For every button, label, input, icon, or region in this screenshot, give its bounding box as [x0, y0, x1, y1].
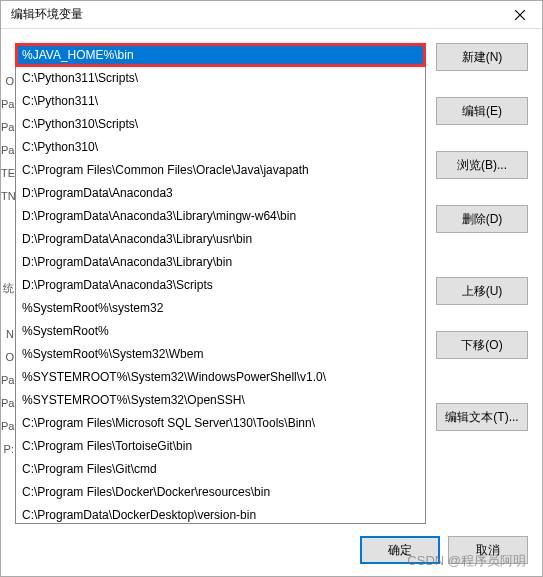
moveup-button[interactable]: 上移(U): [436, 277, 528, 305]
edit-button[interactable]: 编辑(E): [436, 97, 528, 125]
list-item[interactable]: %SystemRoot%\System32\Wbem: [16, 343, 425, 366]
titlebar-title: 编辑环境变量: [11, 6, 83, 23]
list-item[interactable]: C:\Python311\: [16, 90, 425, 113]
new-button[interactable]: 新建(N): [436, 43, 528, 71]
env-var-dialog: 编辑环境变量 OPaPaPaTETN统NOPaPaPaP: %JAVA_HOME…: [0, 0, 543, 577]
background-fragments: OPaPaPaTETN统NOPaPaPaP:: [1, 1, 15, 576]
list-item[interactable]: D:\ProgramData\Anaconda3\Library\usr\bin: [16, 228, 425, 251]
list-item[interactable]: D:\ProgramData\Anaconda3\Library\mingw-w…: [16, 205, 425, 228]
dialog-content: OPaPaPaTETN统NOPaPaPaP: %JAVA_HOME%\binC:…: [1, 29, 542, 524]
list-item[interactable]: %SYSTEMROOT%\System32\OpenSSH\: [16, 389, 425, 412]
close-icon: [515, 10, 525, 20]
list-item[interactable]: D:\ProgramData\Anaconda3\Scripts: [16, 274, 425, 297]
movedown-button[interactable]: 下移(O): [436, 331, 528, 359]
list-item[interactable]: D:\ProgramData\Anaconda3\Library\bin: [16, 251, 425, 274]
list-item[interactable]: C:\Python311\Scripts\: [16, 67, 425, 90]
list-item[interactable]: C:\ProgramData\DockerDesktop\version-bin: [16, 504, 425, 524]
list-item[interactable]: C:\Program Files\TortoiseGit\bin: [16, 435, 425, 458]
close-button[interactable]: [500, 1, 540, 29]
list-item[interactable]: C:\Python310\Scripts\: [16, 113, 425, 136]
list-item[interactable]: C:\Program Files\Docker\Docker\resources…: [16, 481, 425, 504]
list-item[interactable]: %JAVA_HOME%\bin: [16, 44, 425, 67]
list-item[interactable]: %SystemRoot%\system32: [16, 297, 425, 320]
list-item[interactable]: C:\Program Files\Microsoft SQL Server\13…: [16, 412, 425, 435]
list-item[interactable]: C:\Python310\: [16, 136, 425, 159]
list-item[interactable]: %SystemRoot%: [16, 320, 425, 343]
browse-button[interactable]: 浏览(B)...: [436, 151, 528, 179]
list-item[interactable]: %SYSTEMROOT%\System32\WindowsPowerShell\…: [16, 366, 425, 389]
path-listbox[interactable]: %JAVA_HOME%\binC:\Python311\Scripts\C:\P…: [15, 43, 426, 524]
list-item[interactable]: C:\Program Files\Git\cmd: [16, 458, 425, 481]
list-item[interactable]: D:\ProgramData\Anaconda3: [16, 182, 425, 205]
cancel-button[interactable]: 取消: [448, 536, 528, 564]
ok-button[interactable]: 确定: [360, 536, 440, 564]
dialog-footer: 确定 取消: [1, 524, 542, 576]
titlebar: 编辑环境变量: [1, 1, 542, 29]
sidebar-buttons: 新建(N) 编辑(E) 浏览(B)... 删除(D) 上移(U) 下移(O) 编…: [436, 43, 528, 524]
delete-button[interactable]: 删除(D): [436, 205, 528, 233]
edittext-button[interactable]: 编辑文本(T)...: [436, 403, 528, 431]
list-wrap: %JAVA_HOME%\binC:\Python311\Scripts\C:\P…: [15, 43, 426, 524]
list-item[interactable]: C:\Program Files\Common Files\Oracle\Jav…: [16, 159, 425, 182]
